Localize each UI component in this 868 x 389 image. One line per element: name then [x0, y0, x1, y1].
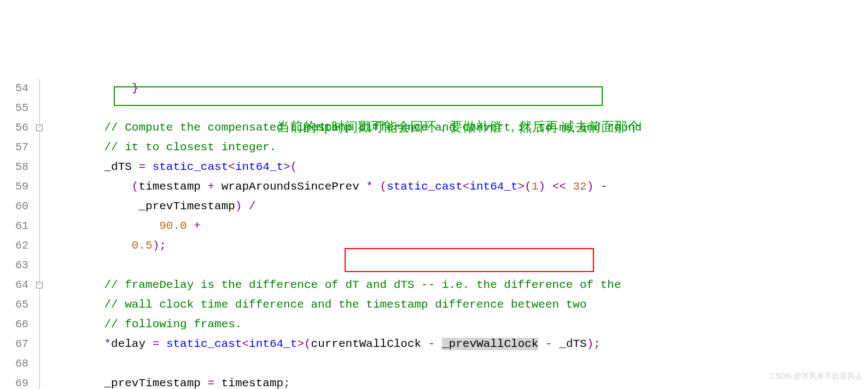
code-editor-view: 54 }5556− // Compute the compensated tim… — [0, 79, 868, 389]
fold-gutter — [33, 315, 77, 334]
code-line[interactable]: 66 // following frames. — [0, 315, 868, 334]
fold-toggle-icon[interactable]: − — [36, 282, 43, 288]
line-number: 67 — [0, 334, 33, 354]
code-line[interactable]: 58 _dTS = static_cast<int64_t>( — [0, 157, 868, 177]
fold-gutter — [33, 98, 77, 118]
line-number: 57 — [0, 138, 33, 157]
code-content[interactable]: // frameDelay is the difference of dT an… — [77, 275, 868, 295]
fold-toggle-icon[interactable]: − — [36, 125, 43, 131]
fold-gutter — [33, 138, 77, 157]
code-line[interactable]: 69 _prevTimestamp = timestamp; — [0, 374, 868, 389]
code-line[interactable]: 60 _prevTimestamp) / — [0, 197, 868, 216]
fold-gutter — [33, 374, 77, 389]
code-line[interactable]: 56− // Compute the compensated timestamp… — [0, 118, 868, 138]
code-line[interactable]: 68 — [0, 354, 868, 374]
code-content[interactable]: _prevTimestamp = timestamp; — [77, 374, 868, 389]
line-number: 58 — [0, 157, 33, 177]
code-content[interactable]: // Compute the compensated timestamp dif… — [77, 118, 868, 138]
code-content[interactable]: (timestamp + wrapAroundsSincePrev * (sta… — [77, 177, 868, 197]
fold-gutter — [33, 216, 77, 236]
code-content[interactable]: _dTS = static_cast<int64_t>( — [77, 157, 868, 177]
line-number: 54 — [0, 79, 33, 98]
fold-gutter — [33, 197, 77, 216]
fold-gutter — [33, 236, 77, 256]
code-line[interactable]: 62 0.5); — [0, 236, 868, 256]
line-number: 63 — [0, 256, 33, 275]
line-number: 55 — [0, 98, 33, 118]
code-content[interactable]: *delay = static_cast<int64_t>(currentWal… — [77, 334, 868, 354]
line-number: 59 — [0, 177, 33, 197]
fold-gutter: − — [33, 118, 77, 138]
fold-gutter — [33, 157, 77, 177]
fold-gutter: − — [33, 275, 77, 295]
fold-gutter — [33, 256, 77, 275]
code-line[interactable]: 54 } — [0, 79, 868, 98]
code-line[interactable]: 64− // frameDelay is the difference of d… — [0, 275, 868, 295]
code-line[interactable]: 61 90.0 + — [0, 216, 868, 236]
line-number: 60 — [0, 197, 33, 216]
fold-gutter — [33, 295, 77, 315]
fold-gutter — [33, 334, 77, 354]
code-line[interactable]: 55 — [0, 98, 868, 118]
line-number: 66 — [0, 315, 33, 334]
code-line[interactable]: 59 (timestamp + wrapAroundsSincePrev * (… — [0, 177, 868, 197]
code-line[interactable]: 65 // wall clock time difference and the… — [0, 295, 868, 315]
code-content[interactable]: 90.0 + — [77, 216, 868, 236]
code-content[interactable]: // following frames. — [77, 315, 868, 334]
code-line[interactable]: 63 — [0, 256, 868, 275]
code-content[interactable]: _prevTimestamp) / — [77, 197, 868, 216]
code-line[interactable]: 67 *delay = static_cast<int64_t>(current… — [0, 334, 868, 354]
code-content[interactable]: } — [77, 79, 868, 98]
fold-gutter — [33, 79, 77, 98]
code-content[interactable]: // it to closest integer. — [77, 138, 868, 157]
fold-gutter — [33, 354, 77, 374]
fold-gutter — [33, 177, 77, 197]
line-number: 64 — [0, 275, 33, 295]
code-line[interactable]: 57 // it to closest integer. — [0, 138, 868, 157]
line-number: 61 — [0, 216, 33, 236]
line-number: 69 — [0, 374, 33, 389]
line-number: 62 — [0, 236, 33, 256]
line-number: 68 — [0, 354, 33, 374]
line-number: 65 — [0, 295, 33, 315]
code-content[interactable]: 0.5); — [77, 236, 868, 256]
code-content[interactable]: // wall clock time difference and the ti… — [77, 295, 868, 315]
line-number: 56 — [0, 118, 33, 138]
